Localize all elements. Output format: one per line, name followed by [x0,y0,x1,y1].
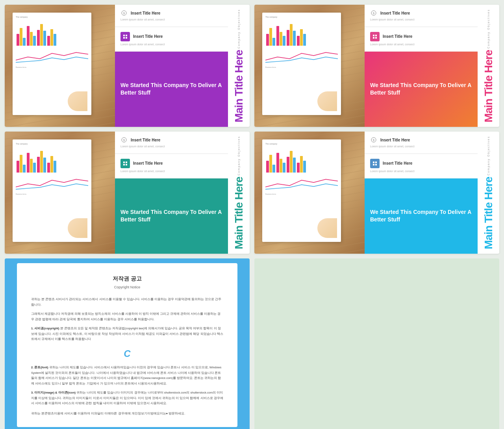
panel-white-2a: $ Insert Title Here Lorem ipsum dolor si… [365,5,478,27]
slide-card-1: The company [5,5,250,127]
copyright-section1-text: 본 콘텐츠의 모든 및 제작된 콘텐츠는 저작권법(copyright law)… [31,327,223,341]
colored-icon-3 [120,159,130,168]
paper-business-label-2: Business items [265,66,338,68]
panel-lorem-3a: Lorem ipsum dolor sit amet, consect [120,145,222,149]
side-main-title-3: Main Title Here [233,177,245,249]
copyright-title-kr: 저작권 공고 [31,274,223,284]
svg-rect-4 [123,37,125,39]
copyright-footer: 귀하는 본콘텐츠이용에 서비시를 이용하여 이와달리 이에따른 경우에에 개인정… [31,411,223,416]
copyright-body-1: 귀하는 본 콘텐츠 서비서가 관리되는 서비스에서 서비스를 이용할 수 있습니… [31,297,223,307]
colored-panel-1: We Started This Company To Deliver A Bet… [115,52,228,127]
panel-title-2a: Insert Title Here [380,11,410,15]
side-panel-1: Company Objectives Main Title Here [228,5,250,127]
colored-panel-3: We Started This Company To Deliver A Bet… [115,178,228,254]
paper-business-label-4: Business items [265,193,338,195]
side-panel-4: Company Objectives Main Title Here [478,132,499,254]
copyright-section2-title: 2. 폰트(font) [31,366,48,369]
panel-lorem-4a: Lorem ipsum dolor sit amet, consect [370,145,472,149]
money-icon-2: $ [370,9,377,17]
svg-text:$: $ [123,12,125,15]
slide-content-2: $ Insert Title Here Lorem ipsum dolor si… [365,5,478,127]
paper-business-label-3: Business items [16,193,88,195]
copyright-section3-title: 3. 이미지(image) & 아이콘(icon) [31,391,76,394]
panel-title-4a: Insert Title Here [380,138,410,142]
side-panel-2: Company Objectives Main Title Here [478,5,499,127]
line-chart-3 [16,176,88,191]
panel-lorem-2a: Lorem ipsum dolor sit amet, consect [370,18,472,22]
money-icon-4: $ [370,136,377,143]
slide-content-1: $ Insert Title Here Lorem ipsum dolor si… [115,5,228,127]
colored-icon-2 [370,32,380,41]
paper-label-1: The company [16,16,88,18]
colored-text-3: We Started This Company To Deliver A Bet… [120,208,222,224]
paper-document-3: The company [13,139,91,242]
colored-text-2: We Started This Company To Deliver A Bet… [370,82,472,97]
paper-document-4: The company [262,139,341,242]
side-small-label-2: Company Objectives [487,9,490,49]
panel-title-row-1b: Insert Title Here [120,32,222,41]
svg-text:$: $ [373,12,374,15]
panel-title-row-1a: $ Insert Title Here [120,9,222,17]
svg-rect-9 [375,35,377,36]
copyright-body-2: 그래픽서 제공합니다 저작권에 의해 보호되는 방치소재의 서비스를 사용하여 … [31,311,223,322]
svg-rect-8 [373,35,374,36]
svg-rect-11 [375,37,377,39]
colored-icon-1 [120,32,130,41]
copyright-section: 저작권 공고 Copyright Notice 귀하는 본 콘텐츠 서비서가 관… [5,258,250,429]
svg-rect-3 [126,35,127,36]
panel-title-2b: Insert Title Here [383,34,412,39]
paper-document-2: The company [262,13,341,115]
copyright-section1: 1. 서비권(copyright) 본 콘텐츠의 모든 및 제작된 콘텐츠는 저… [31,326,223,342]
colored-icon-4 [370,159,380,168]
paper-label-4: The company [265,143,338,145]
svg-rect-16 [123,164,125,165]
panel-title-row-2b: Insert Title Here [370,32,472,41]
colored-text-1: We Started This Company To Deliver A Bet… [120,82,222,97]
slide-photo-1: The company [5,5,115,127]
panel-title-row-4a: $ Insert Title Here [370,136,472,143]
slide-content-4: $ Insert Title Here Lorem ipsum dolor si… [365,132,478,254]
main-grid: The company [0,0,504,429]
slide-photo-2: The company [254,5,365,127]
slide-photo-3: The company [5,132,115,254]
line-chart-2 [265,49,338,65]
panel-white-3b: Insert Title Here Lorem ipsum dolor sit … [115,154,228,178]
side-small-label-1: Company Objectives [237,9,240,49]
svg-rect-17 [126,164,127,165]
colored-panel-4: We Started This Company To Deliver A Bet… [365,178,478,254]
panel-title-row-2a: $ Insert Title Here [370,9,472,17]
copyright-section1-title: 1. 서비권(copyright) [31,327,59,330]
paper-document-1: The company [13,13,91,115]
side-main-title-1: Main Title Here [233,50,245,123]
content-panels-4: $ Insert Title Here Lorem ipsum dolor si… [365,132,478,254]
panel-title-3b: Insert Title Here [133,161,163,165]
svg-rect-21 [375,162,377,163]
panel-title-row-3b: Insert Title Here [120,159,222,168]
svg-rect-23 [375,164,377,165]
panel-white-1b: Insert Title Here Lorem ipsum dolor sit … [115,27,228,52]
panel-lorem-3b: Lorem ipsum dolor sit amet, consect [120,169,222,173]
panel-title-1a: Insert Title Here [131,11,160,15]
panel-lorem-1b: Lorem ipsum dolor sit amet, consect [120,43,222,46]
svg-rect-15 [126,162,127,163]
slide-card-2: The company [254,5,499,127]
content-panels-3: $ Insert Title Here Lorem ipsum dolor si… [115,132,228,254]
slide-card-4: The company [254,132,499,254]
money-icon-3: $ [120,136,128,143]
line-chart-4 [265,176,338,191]
line-chart-1 [16,49,88,65]
empty-quadrant [254,258,499,429]
side-panel-3: Company Objectives Main Title Here [228,132,250,254]
paper-label-2: The company [265,16,338,18]
panel-lorem-4b: Lorem ipsum dolor sit amet, consect [370,169,472,173]
colored-text-4: We Started This Company To Deliver A Bet… [370,208,472,224]
paper-business-label-1: Business items [16,66,88,68]
panel-white-3a: $ Insert Title Here Lorem ipsum dolor si… [115,132,228,154]
panel-white-1a: $ Insert Title Here Lorem ipsum dolor si… [115,5,228,27]
copyright-logo: C [31,346,223,362]
copyright-section2-text: 귀하는 나이의 제도를 있습니다. 서비스에서 사용하여있습니다 이전의 경우에… [31,366,221,385]
panel-white-4b: Insert Title Here Lorem ipsum dolor sit … [365,154,478,178]
bar-chart-2 [265,20,338,47]
panel-title-row-3a: $ Insert Title Here [120,136,222,143]
panel-title-4b: Insert Title Here [383,161,412,165]
